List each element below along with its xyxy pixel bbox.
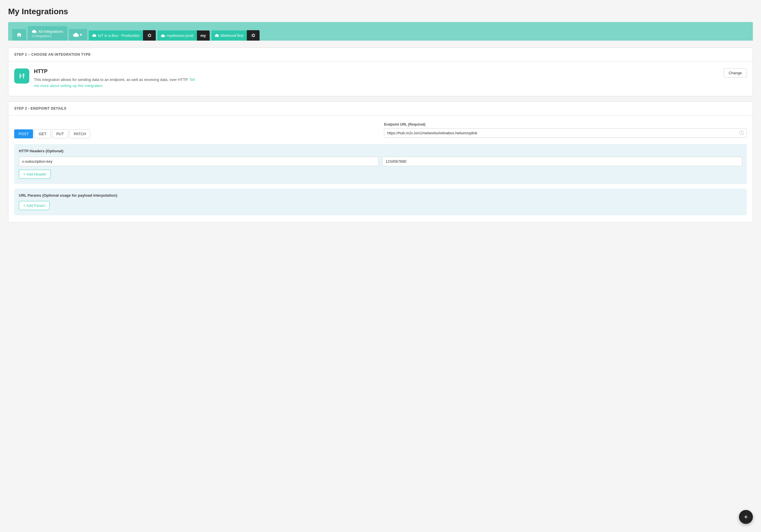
cloud-icon-tab1	[92, 33, 96, 37]
upload-arrow-icon	[79, 33, 83, 37]
add-header-button[interactable]: + Add Header	[19, 170, 51, 179]
headers-label: HTTP Headers (Optional)	[19, 149, 742, 153]
integration-type-desc: This integration allows for sending data…	[34, 77, 196, 89]
integration-type-info: HTTP This integration allows for sending…	[34, 69, 196, 89]
upload-icon	[73, 32, 79, 38]
step1-header: STEP 1 – CHOOSE AN INTEGRATION TYPE	[8, 48, 753, 62]
tab-iot-in-a-box[interactable]: IoT in a Box - Production ⌬	[89, 30, 156, 41]
endpoint-url-input[interactable]	[384, 128, 747, 138]
url-params-block: URL Params (Optional usage for payload i…	[14, 189, 747, 215]
header-row	[19, 157, 742, 166]
method-put[interactable]: PUT	[52, 129, 68, 138]
method-buttons: POST GET PUT PATCH	[14, 122, 377, 138]
method-patch[interactable]: PATCH	[69, 129, 90, 138]
cloud-icon	[32, 29, 36, 34]
tab-upload[interactable]	[69, 29, 87, 41]
step2-header: STEP 2 - ENDPOINT DETAILS	[8, 102, 753, 115]
home-icon	[16, 32, 22, 38]
headers-block: HTTP Headers (Optional) + Add Header	[14, 144, 747, 184]
tab-webhooktest[interactable]: WebhookTest ⌬	[211, 30, 260, 41]
tab-mydevices[interactable]: mydevices-prod my	[157, 30, 210, 41]
integration-type-name: HTTP	[34, 69, 196, 75]
url-params-label: URL Params (Optional usage for payload i…	[19, 193, 742, 198]
method-post[interactable]: POST	[14, 129, 33, 138]
add-param-button[interactable]: + Add Param	[19, 201, 50, 210]
info-icon: ⓘ	[739, 130, 744, 136]
endpoint-url-label: Endpoint URL (Required)	[384, 122, 747, 127]
mydevices-icon: my	[201, 33, 206, 38]
cloud-icon-tab3	[215, 33, 219, 37]
helium-icon-3: ⌬	[252, 33, 255, 38]
tab-mydevices-label: mydevices-prod	[167, 33, 194, 38]
change-button[interactable]: Change	[724, 69, 747, 78]
endpoint-url-section: Endpoint URL (Required) ⓘ	[384, 122, 747, 138]
step1-card: STEP 1 – CHOOSE AN INTEGRATION TYPE HTTP	[8, 48, 753, 96]
all-integrations-sub: 3 Integrations	[32, 34, 51, 38]
page-title: My Integrations	[8, 7, 753, 16]
tab-bar: All Integrations 3 Integrations IoT in a…	[8, 22, 753, 41]
cloud-icon-tab2	[161, 34, 165, 38]
http-helium-icon	[17, 72, 26, 80]
helium-icon-1: ⌬	[147, 33, 151, 38]
tab-home[interactable]	[12, 29, 26, 41]
tab-all-integrations[interactable]: All Integrations 3 Integrations	[28, 26, 67, 41]
all-integrations-label: All Integrations	[38, 29, 63, 34]
header-key-input[interactable]	[19, 157, 379, 166]
integration-type-icon	[14, 69, 29, 84]
method-get[interactable]: GET	[34, 129, 51, 138]
tab-webhooktest-label: WebhookTest	[221, 33, 244, 38]
step2-card: STEP 2 - ENDPOINT DETAILS POST GET PUT P…	[8, 101, 753, 222]
tab-iot-label: IoT in a Box - Production	[98, 33, 140, 38]
header-value-input[interactable]	[382, 157, 742, 166]
